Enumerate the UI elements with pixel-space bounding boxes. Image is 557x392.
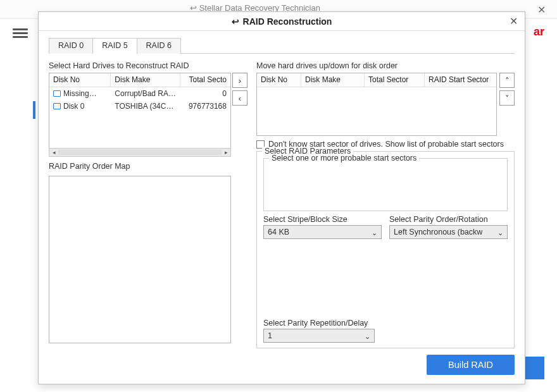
col-total-sector[interactable]: Total Secto (180, 73, 230, 87)
scroll-right-button[interactable]: ▸ (222, 149, 230, 156)
cell-disk-no: Missing… (63, 89, 97, 98)
chevron-right-icon: › (239, 76, 241, 85)
parity-delay-value: 1 (268, 331, 272, 340)
col-raid-start-sector[interactable]: RAID Start Sector (425, 73, 496, 87)
chevron-down-icon: ⌄ (363, 332, 372, 341)
chevron-down-icon: ⌄ (370, 228, 379, 237)
disk-icon (53, 90, 61, 97)
stripe-size-label: Select Stripe/Block Size (263, 215, 382, 224)
raid-reconstruction-dialog: ↩ RAID Reconstruction ✕ RAID 0 RAID 5 RA… (38, 11, 525, 384)
parity-map-label: RAID Parity Order Map (49, 162, 254, 171)
chevron-down-icon: ⌄ (496, 228, 504, 237)
parity-order-value: Left Synchronous (backward) (394, 228, 482, 236)
hamburger-menu-button[interactable] (13, 27, 28, 38)
chevron-left-icon: ‹ (239, 94, 241, 103)
stripe-size-select[interactable]: 64 KB ⌄ (263, 225, 382, 239)
available-drives-header: Disk No Disk Make Total Secto (49, 73, 230, 87)
parity-delay-select[interactable]: 1 ⌄ (263, 329, 375, 343)
sidebar-accent (33, 101, 35, 119)
cell-disk-make: Corrupt/Bad RA… (111, 88, 180, 99)
move-down-button[interactable]: ˅ (499, 90, 515, 106)
disk-order-label: Move hard drives up/down for disk order (256, 61, 515, 70)
tab-raid-5[interactable]: RAID 5 (92, 38, 137, 54)
undo-icon: ↩ (232, 16, 239, 27)
parity-order-label: Select Parity Order/Rotation (389, 215, 508, 224)
col-disk-no[interactable]: Disk No (257, 73, 301, 87)
build-raid-button[interactable]: Build RAID (427, 355, 515, 375)
tab-raid-6[interactable]: RAID 6 (137, 38, 181, 54)
raid-level-tabs: RAID 0 RAID 5 RAID 6 (49, 37, 515, 54)
add-drive-button[interactable]: › (232, 73, 247, 88)
dialog-title-text: RAID Reconstruction (243, 16, 332, 27)
disk-icon (53, 103, 61, 109)
parity-delay-label: Select Parity Repetition/Delay (263, 319, 375, 328)
col-total-sector[interactable]: Total Sector (365, 73, 425, 87)
dialog-footer: Build RAID (39, 348, 525, 384)
available-drives-grid[interactable]: Disk No Disk Make Total Secto Missing… C… (49, 73, 231, 149)
move-up-button[interactable]: ˄ (499, 73, 515, 88)
dialog-close-button[interactable]: ✕ (507, 15, 520, 27)
col-disk-make[interactable]: Disk Make (111, 73, 180, 87)
parity-order-select[interactable]: Left Synchronous (backward) ⌄ (389, 225, 508, 239)
scroll-left-button[interactable]: ◂ (49, 149, 58, 156)
parity-order-map[interactable] (49, 176, 231, 343)
chevron-down-icon: ˅ (505, 94, 510, 103)
remove-drive-button[interactable]: ‹ (232, 90, 247, 106)
tab-raid-0[interactable]: RAID 0 (49, 38, 93, 54)
stripe-size-value: 64 KB (268, 228, 289, 236)
parent-close-button[interactable]: ✕ (537, 4, 546, 16)
dialog-titlebar: ↩ RAID Reconstruction ✕ (39, 12, 525, 31)
brand-logo-fragment: ar (534, 25, 544, 39)
col-disk-no[interactable]: Disk No (49, 73, 111, 87)
probable-start-sectors-legend: Select one or more probable start sector… (269, 154, 419, 162)
selected-drives-header: Disk No Disk Make Total Sector RAID Star… (257, 73, 496, 87)
col-disk-make[interactable]: Disk Make (301, 73, 365, 87)
available-drive-row[interactable]: Missing… Corrupt/Bad RA… 0 (49, 87, 230, 100)
available-drives-scrollbar[interactable]: ◂ ▸ (49, 148, 231, 157)
selected-drives-grid[interactable]: Disk No Disk Make Total Sector RAID Star… (256, 73, 497, 136)
cell-disk-make: TOSHIBA (34CK… (111, 101, 180, 112)
scroll-track[interactable] (58, 149, 222, 156)
chevron-up-icon: ˄ (505, 76, 510, 85)
dialog-title: ↩ RAID Reconstruction (232, 16, 332, 27)
raid-parameters-group: Select RAID Parameters Select one or mor… (256, 151, 515, 348)
cell-disk-no: Disk 0 (63, 102, 84, 111)
probable-start-sectors-group: Select one or more probable start sector… (263, 158, 508, 211)
select-drives-label: Select Hard Drives to Reconstruct RAID (49, 61, 254, 70)
cell-total-sector: 976773168 (180, 101, 230, 112)
available-drive-row[interactable]: Disk 0 TOSHIBA (34CK… 976773168 (49, 100, 230, 113)
cell-total-sector: 0 (180, 88, 230, 99)
selected-drives-body (257, 87, 496, 135)
